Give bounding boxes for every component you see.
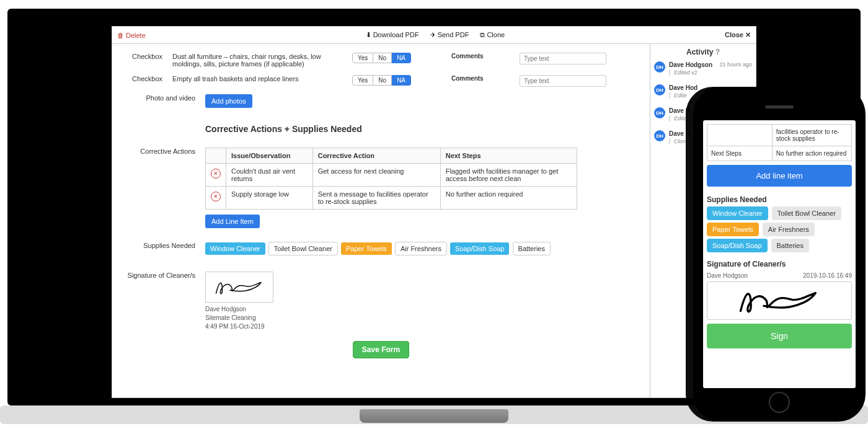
avatar: DH: [654, 130, 665, 141]
check1-choices: Yes No NA: [352, 53, 445, 63]
activity-name: Dave H: [669, 107, 690, 114]
signature-svg: [211, 275, 267, 299]
phone-signature-box[interactable]: [707, 281, 852, 320]
comments-label: Comments: [451, 75, 513, 82]
save-form-button[interactable]: Save Form: [353, 341, 409, 358]
phone-supply-air[interactable]: Air Freshners: [763, 223, 815, 236]
phone-mockup: facilities operator to re-stock supplies…: [693, 87, 866, 422]
clone-button[interactable]: ⧉Clone: [480, 31, 505, 39]
th-next: Next Steps: [440, 148, 577, 164]
activity-time: 21 hours ago: [719, 61, 752, 68]
field-label-supplies: Supplies Needed: [118, 242, 205, 249]
clone-icon: ⧉: [480, 31, 485, 39]
field-label-checkbox: Checkbox: [118, 53, 172, 60]
avatar: DH: [654, 84, 665, 95]
check1-comment-input[interactable]: [520, 53, 606, 64]
delete-button[interactable]: 🗑Delete: [117, 32, 146, 39]
phone-supply-tb[interactable]: Toilet Bowl Cleaner: [772, 206, 841, 220]
phone-supply-window[interactable]: Window Cleaner: [707, 206, 768, 220]
sig-name: Dave Hodgson: [205, 305, 644, 314]
monitor-stand: [360, 409, 508, 423]
choice-yes[interactable]: Yes: [352, 53, 373, 63]
field-label-corrective: Corrective Actions: [118, 148, 205, 155]
phone-sig-time: 2019-10-16 16:49: [803, 272, 852, 279]
delete-label: Delete: [126, 32, 146, 39]
sig-company: Sitemate Cleaning: [205, 314, 644, 322]
phone-supply-paper[interactable]: Paper Towels: [707, 223, 759, 236]
phone-supply-batt[interactable]: Batteries: [771, 239, 809, 252]
send-pdf-button[interactable]: ✈Send PDF: [430, 31, 469, 39]
supply-tag-soap[interactable]: Soap/Dish Soap: [450, 242, 510, 255]
field-label-checkbox: Checkbox: [118, 75, 172, 82]
cell-issue[interactable]: Couldn't dust air vent returns: [226, 164, 313, 187]
avatar: DH: [654, 61, 665, 73]
activity-name: Dave H: [669, 130, 690, 137]
choice-yes[interactable]: Yes: [352, 75, 373, 86]
activity-desc: Edited v2: [669, 69, 752, 76]
activity-name: Dave Hod: [669, 84, 698, 91]
phone-screen: facilities operator to re-stock supplies…: [703, 120, 856, 388]
phone-supply-soap[interactable]: Soap/Dish Soap: [707, 239, 768, 252]
row-delete-button[interactable]: ✕: [211, 169, 221, 179]
close-button[interactable]: Close ✕: [725, 31, 751, 39]
download-pdf-label: Download PDF: [373, 31, 419, 38]
avatar: DH: [654, 107, 665, 118]
app-window: 🗑Delete ⬇Download PDF ✈Send PDF ⧉Clone C…: [112, 26, 756, 398]
cell-next[interactable]: Flagged with facilities manager to get a…: [440, 164, 577, 187]
supply-tag-air-freshners[interactable]: Air Freshners: [395, 242, 447, 255]
check2-comment-input[interactable]: [520, 75, 606, 87]
phone-sig-title: Signature of Cleaner/s: [707, 260, 852, 268]
add-line-item-button[interactable]: Add Line Item: [205, 215, 260, 228]
toolbar: 🗑Delete ⬇Download PDF ✈Send PDF ⧉Clone C…: [112, 27, 756, 44]
corrective-actions-table: Issue/Observation Corrective Action Next…: [205, 148, 577, 210]
signature-box[interactable]: [205, 272, 273, 303]
phone-cell-next-label: Next Steps: [707, 146, 773, 161]
activity-title: Activity ?: [654, 48, 752, 56]
download-icon: ⬇: [366, 31, 371, 39]
form-main: Checkbox Dust all furniture – chairs, ch…: [112, 44, 650, 397]
phone-cell-next-val: No further action required: [772, 146, 851, 161]
phone-cell-action: facilities operator to re-stock supplies: [772, 125, 851, 146]
activity-name: Dave Hodgson: [669, 61, 712, 68]
field-label-photo: Photo and video: [118, 94, 205, 102]
choice-na[interactable]: NA: [392, 53, 411, 63]
trash-icon: 🗑: [117, 32, 124, 39]
clone-label: Clone: [487, 31, 505, 38]
supply-tag-toilet-bowl-cleaner[interactable]: Toilet Bowl Cleaner: [268, 242, 338, 255]
cell-issue[interactable]: Supply storage low: [226, 187, 313, 210]
add-photos-button[interactable]: Add photos: [205, 94, 252, 108]
cell-action[interactable]: Sent a message to facilities operator to…: [312, 187, 440, 210]
table-row: ✕ Supply storage low Sent a message to f…: [206, 187, 577, 210]
th-action: Corrective Action: [312, 148, 440, 164]
row-delete-button[interactable]: ✕: [211, 192, 221, 202]
supply-tag-paper-towels[interactable]: Paper Towels: [341, 242, 392, 255]
choice-na[interactable]: NA: [392, 75, 411, 86]
check2-text: Empty all trash baskets and replace line…: [172, 75, 346, 82]
phone-sign-button[interactable]: Sign: [707, 324, 852, 348]
comments-label: Comments: [451, 53, 513, 60]
close-icon: ✕: [745, 31, 751, 38]
phone-speaker: [765, 105, 794, 108]
supply-tag-window-cleaner[interactable]: Window Cleaner: [205, 242, 265, 255]
close-label: Close: [725, 31, 743, 38]
phone-supplies-title: Supplies Needed: [707, 195, 852, 204]
section-title: Corrective Actions + Supplies Needed: [205, 124, 644, 134]
cell-action[interactable]: Get access for next cleaning: [312, 164, 440, 187]
cell-next[interactable]: No further action required: [440, 187, 577, 210]
check2-choices: Yes No NA: [352, 75, 445, 86]
field-label-signature: Signature of Cleaner/s: [118, 272, 205, 279]
send-icon: ✈: [430, 31, 436, 39]
supply-tag-batteries[interactable]: Batteries: [513, 242, 551, 255]
choice-no[interactable]: No: [373, 75, 392, 86]
phone-table: facilities operator to re-stock supplies…: [707, 124, 852, 161]
th-issue: Issue/Observation: [226, 148, 313, 164]
download-pdf-button[interactable]: ⬇Download PDF: [366, 31, 419, 39]
send-pdf-label: Send PDF: [438, 31, 469, 38]
help-icon[interactable]: ?: [715, 48, 720, 56]
choice-no[interactable]: No: [373, 53, 392, 63]
phone-sig-name: Dave Hodgson: [707, 272, 748, 279]
check1-text: Dust all furniture – chairs, chair rungs…: [172, 53, 346, 68]
phone-add-line-item-button[interactable]: Add line item: [707, 165, 852, 187]
sig-time: 4:49 PM 16-Oct-2019: [205, 322, 644, 331]
phone-home-button[interactable]: [769, 392, 790, 413]
